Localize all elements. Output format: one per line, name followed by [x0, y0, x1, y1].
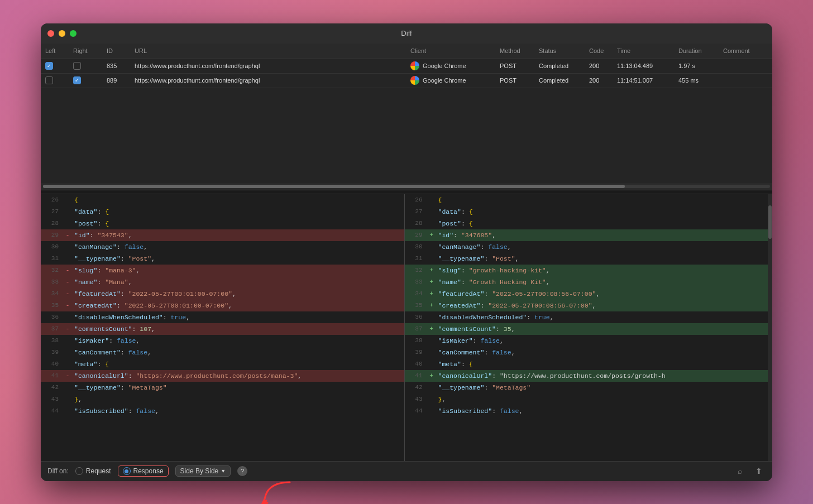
export-icon[interactable]: ⬆ [752, 465, 766, 477]
row-time-2: 11:14:51.007 [617, 77, 678, 84]
app-window: Diff Left Right ID URL Client Method Sta… [41, 23, 772, 481]
diff-line: 43 }, [405, 393, 768, 405]
line-number: 35 [405, 302, 427, 309]
line-number: 29 [405, 232, 427, 238]
left-checkbox-1[interactable] [45, 62, 53, 70]
diff-line: 33- "name": "Mana", [41, 276, 404, 288]
diff-line: 42 "__typename": "MetaTags" [41, 382, 404, 393]
line-number: 27 [41, 208, 63, 215]
request-radio-dot [75, 467, 83, 475]
diff-line: 35- "createdAt": "2022-05-27T00:01:00-07… [41, 300, 404, 311]
row-status-2: Completed [539, 77, 589, 84]
right-checkbox-2[interactable] [73, 76, 81, 84]
diff-line: 29- "id": "347543", [41, 229, 404, 241]
diff-pane-left: 26 {27 "data": {28 "post": {29- "id": "3… [41, 194, 404, 461]
left-checkbox-2[interactable] [45, 76, 53, 84]
diff-content: "name": "Mana", [72, 279, 404, 286]
line-number: 41 [405, 372, 427, 379]
diff-content: "id": "347543", [72, 232, 404, 239]
line-number: 39 [41, 349, 63, 356]
line-number: 40 [41, 361, 63, 367]
diff-scrollbar[interactable] [768, 194, 772, 461]
help-button[interactable]: ? [237, 466, 247, 476]
diff-line: 33+ "name": "Growth Hacking Kit", [405, 276, 768, 288]
diff-line: 41+ "canonicalUrl": "https://www.product… [405, 370, 768, 382]
row-duration-1: 1.97 s [678, 63, 723, 69]
col-header-code: Code [589, 47, 617, 54]
resize-divider[interactable] [41, 190, 772, 194]
line-number: 33 [41, 279, 63, 285]
diff-content: "__typename": "MetaTags" [72, 384, 404, 391]
response-radio[interactable]: Response [118, 465, 169, 477]
diff-content: { [72, 196, 404, 204]
diff-content: "canonicalUrl": "https://www.producthunt… [72, 372, 404, 380]
table-row[interactable]: 889 https://www.producthunt.com/frontend… [41, 74, 772, 88]
diff-content: { [436, 196, 768, 204]
table-row[interactable]: 835 https://www.producthunt.com/frontend… [41, 59, 772, 74]
search-icon[interactable]: ⌕ [734, 465, 745, 477]
row-time-1: 11:13:04.489 [617, 63, 678, 69]
diff-content: "disabledWhenScheduled": true, [436, 314, 768, 321]
diff-line: 27 "data": { [405, 206, 768, 218]
diff-line: 36 "disabledWhenScheduled": true, [405, 311, 768, 323]
chrome-icon-1 [410, 61, 419, 70]
diff-line: 32+ "slug": "growth-hacking-kit", [405, 265, 768, 276]
diff-line: 37+ "commentsCount": 35, [405, 323, 768, 335]
diff-line: 31 "__typename": "Post", [405, 253, 768, 265]
diff-content: "featuredAt": "2022-05-27T00:08:56-07:00… [436, 290, 768, 297]
diff-content: "slug": "mana-3", [72, 267, 404, 274]
row-id-2: 889 [107, 77, 135, 84]
diff-content: "disabledWhenScheduled": true, [72, 314, 404, 321]
response-radio-label: Response [133, 467, 164, 475]
chevron-down-icon: ▼ [221, 468, 226, 474]
line-number: 27 [405, 208, 427, 215]
diff-content: "post": { [436, 220, 768, 227]
row-client-2: Google Chrome [410, 76, 500, 85]
right-checkbox-1[interactable] [73, 62, 81, 70]
row-url-2: https://www.producthunt.com/frontend/gra… [135, 77, 410, 84]
diff-line: 38 "isMaker": false, [405, 335, 768, 347]
chrome-icon-2 [410, 76, 419, 85]
diff-content: "meta": { [436, 361, 768, 368]
diff-content: "commentsCount": 35, [436, 325, 768, 333]
diff-line: 34- "featuredAt": "2022-05-27T00:01:00-0… [41, 288, 404, 300]
col-header-comment: Comment [723, 47, 768, 54]
line-number: 36 [41, 314, 63, 320]
close-button[interactable] [47, 30, 54, 37]
line-number: 26 [41, 196, 63, 203]
diff-content: "isMaker": false, [72, 337, 404, 344]
diff-on-label: Diff on: [47, 467, 69, 475]
row-method-2: POST [500, 77, 539, 84]
diff-marker: - [63, 325, 72, 332]
line-number: 28 [41, 220, 63, 227]
row-duration-2: 455 ms [678, 77, 723, 84]
side-by-side-dropdown[interactable]: Side By Side ▼ [175, 465, 231, 477]
request-radio[interactable]: Request [75, 467, 111, 475]
annotation-container: Compare responses [219, 479, 338, 505]
maximize-button[interactable] [70, 30, 76, 37]
diff-marker: + [427, 232, 436, 238]
line-number: 29 [41, 232, 63, 238]
diff-line: 38 "isMaker": false, [41, 335, 404, 347]
line-number: 44 [41, 407, 63, 414]
row-client-1: Google Chrome [410, 61, 500, 70]
diff-marker: + [427, 279, 436, 285]
diff-line: 42 "__typename": "MetaTags" [405, 382, 768, 393]
line-number: 38 [41, 337, 63, 344]
window-title: Diff [401, 29, 412, 37]
diff-content: "isSubscribed": false, [72, 407, 404, 415]
col-header-url: URL [135, 47, 410, 54]
minimize-button[interactable] [59, 30, 65, 37]
diff-line: 37- "commentsCount": 107, [41, 323, 404, 335]
row-method-1: POST [500, 63, 539, 69]
diff-content: "createdAt": "2022-05-27T00:01:00-07:00"… [72, 302, 404, 309]
diff-content: "createdAt": "2022-05-27T00:08:56-07:00"… [436, 302, 768, 309]
horizontal-scrollbar[interactable] [41, 183, 772, 190]
bottom-bar: Diff on: Request Response Side By Side ▼… [41, 461, 772, 481]
diff-marker: - [63, 267, 72, 273]
diff-marker: - [63, 372, 72, 379]
diff-line: 28 "post": { [405, 218, 768, 229]
line-number: 40 [405, 361, 427, 367]
diff-content: "canManage": false, [436, 243, 768, 251]
line-number: 43 [41, 396, 63, 402]
